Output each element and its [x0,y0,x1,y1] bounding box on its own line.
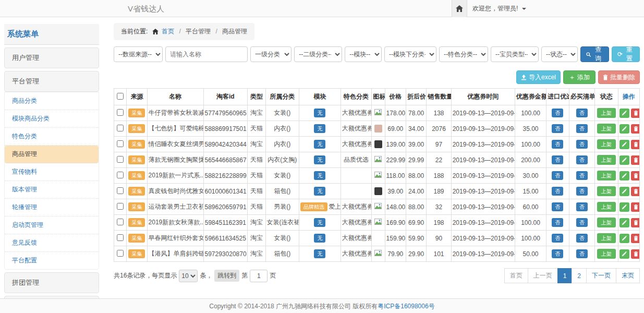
name-search-input[interactable] [165,46,248,62]
import-flag-badge[interactable]: 否 [552,109,563,117]
status-badge[interactable]: 上架 [597,186,616,196]
edit-button[interactable] [619,124,629,134]
query-button[interactable]: 查询 [580,46,609,62]
status-badge[interactable]: 上架 [597,108,616,118]
import-flag-badge[interactable]: 否 [552,187,563,196]
icp-link[interactable]: 粤ICP备16098006号 [378,303,434,310]
must-buy-flag-badge[interactable]: 否 [576,249,588,258]
must-buy-flag-badge[interactable]: 否 [576,155,588,164]
sidebar-item-12[interactable]: 拼团管理 [4,272,99,293]
level2-category-select[interactable]: --二级分类-- [294,46,342,62]
import-flag-badge[interactable]: 否 [552,171,563,180]
delete-button[interactable] [631,171,640,180]
status-badge[interactable]: 上架 [597,171,616,180]
delete-button[interactable] [631,249,640,259]
delete-button[interactable] [631,109,640,118]
row-checkbox[interactable] [117,203,124,210]
row-checkbox[interactable] [117,219,124,225]
import-flag-badge[interactable]: 否 [552,218,563,227]
item-type-select[interactable]: --宝贝类型-- [491,46,539,62]
module-subcategory-select[interactable]: --模块下分类-- [384,46,436,62]
row-checkbox[interactable] [117,172,124,178]
status-badge[interactable]: 上架 [597,155,616,165]
row-checkbox[interactable] [117,140,124,147]
import-flag-badge[interactable]: 否 [552,249,563,258]
reset-button[interactable]: ⟳ 重置 [612,46,640,62]
delete-button[interactable] [631,187,640,196]
status-badge[interactable]: 上架 [597,233,616,243]
page-button-末页[interactable]: 末页 [616,268,640,283]
delete-button[interactable] [631,140,640,149]
data-source-select[interactable]: --数据来源-- [114,46,163,62]
sidebar-item-7[interactable]: 版本管理 [5,181,99,199]
user-menu[interactable]: 欢迎您，管理员! [472,0,526,17]
edit-button[interactable] [619,234,629,243]
status-select[interactable]: --状态-- [541,46,578,62]
must-buy-flag-badge[interactable]: 否 [576,109,588,117]
must-buy-flag-badge[interactable]: 否 [576,234,588,243]
status-badge[interactable]: 上架 [597,218,616,227]
level1-category-select[interactable]: 一级分类 [250,46,291,62]
add-button[interactable]: ＋ 添加 [563,70,596,84]
delete-button[interactable] [631,218,640,227]
sidebar-item-10[interactable]: 意见反馈 [5,234,99,252]
status-badge[interactable]: 上架 [597,139,616,149]
edit-button[interactable] [619,202,629,212]
sidebar-item-8[interactable]: 轮播管理 [5,199,99,216]
jump-page-input[interactable] [250,270,268,282]
delete-button[interactable] [631,124,640,134]
status-badge[interactable]: 上架 [597,249,616,259]
jump-button[interactable]: 跳转到 [214,270,239,282]
delete-button[interactable] [631,155,640,165]
delete-button[interactable] [631,234,640,243]
sidebar-item-1[interactable]: 平台管理 [4,71,99,92]
sidebar-item-11[interactable]: 平台配置 [5,252,99,269]
must-buy-flag-badge[interactable]: 否 [576,202,588,211]
select-all-checkbox[interactable] [117,93,124,100]
breadcrumb-home-link[interactable]: 首页 [162,28,174,35]
sidebar-item-0[interactable]: 用户管理 [4,47,99,68]
edit-button[interactable] [619,187,629,196]
edit-button[interactable] [619,140,629,149]
row-checkbox[interactable] [117,234,124,241]
page-button-1[interactable]: 1 [557,268,573,283]
must-buy-flag-badge[interactable]: 否 [576,140,588,149]
edit-button[interactable] [619,171,629,180]
import-flag-badge[interactable]: 否 [552,202,563,211]
must-buy-flag-badge[interactable]: 否 [576,218,588,227]
sidebar-item-9[interactable]: 启动页管理 [5,216,99,234]
sidebar-item-4[interactable]: 特色分类 [5,128,99,146]
import-flag-badge[interactable]: 否 [552,155,563,164]
import-flag-badge[interactable]: 否 [552,140,563,149]
home-button[interactable] [452,0,467,17]
row-checkbox[interactable] [117,187,124,194]
sidebar-item-2[interactable]: 商品分类 [5,92,99,110]
must-buy-flag-badge[interactable]: 否 [576,124,588,133]
must-buy-flag-badge[interactable]: 否 [576,187,588,196]
import-excel-button[interactable]: 导入excel [516,70,561,84]
sidebar-item-3[interactable]: 模块商品分类 [5,110,99,128]
sidebar-item-5[interactable]: 商品管理 [5,146,99,163]
status-badge[interactable]: 上架 [597,202,616,212]
module-select[interactable]: --模块-- [345,46,382,62]
row-checkbox[interactable] [117,156,124,163]
bulk-delete-button[interactable]: 批量删除 [598,70,640,84]
edit-button[interactable] [619,155,629,165]
status-badge[interactable]: 上架 [597,124,616,134]
per-page-select[interactable]: 10 [179,270,198,282]
sidebar-item-6[interactable]: 宣传物料 [5,163,99,181]
page-button-2[interactable]: 2 [572,268,587,283]
page-button-下一页[interactable]: 下一页 [586,268,616,283]
delete-button[interactable] [631,202,640,212]
row-checkbox[interactable] [117,250,124,257]
edit-button[interactable] [619,218,629,227]
row-checkbox[interactable] [117,109,124,116]
row-checkbox[interactable] [117,125,124,131]
page-button-首页[interactable]: 首页 [504,268,528,283]
feature-category-select[interactable]: --特色分类-- [439,46,488,62]
must-buy-flag-badge[interactable]: 否 [576,171,588,180]
import-flag-badge[interactable]: 否 [552,234,563,243]
page-button-上一页[interactable]: 上一页 [528,268,558,283]
edit-button[interactable] [619,109,629,118]
import-flag-badge[interactable]: 否 [552,124,563,133]
